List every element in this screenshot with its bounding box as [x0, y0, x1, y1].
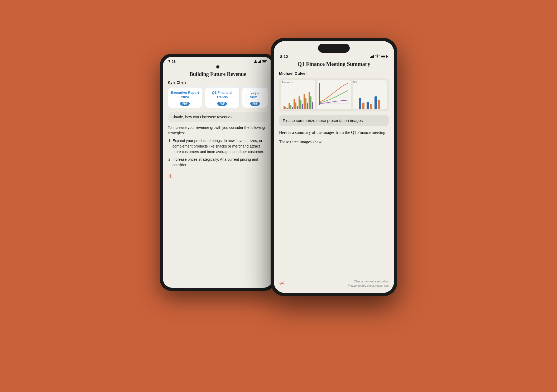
doc-card-3-title: Legal Sum... [245, 91, 265, 100]
wifi-icon [375, 55, 380, 59]
iphone-status-icons [370, 55, 388, 59]
line-chart-box [317, 80, 351, 109]
android-phone: 7:26 [160, 54, 276, 291]
iphone-user-message: Please summarize these presentation imag… [279, 115, 389, 126]
iphone-assistant-response: Here is a summary of the images from the… [279, 129, 389, 145]
iphone-user: Michael Culver [279, 71, 389, 76]
doc-card-3[interactable]: Legal Sum... PDF [242, 87, 268, 108]
iphone-time: 8:12 [280, 54, 288, 59]
response-list: Expand your product offerings: In new fl… [168, 138, 268, 168]
bar-chart-label: $ and source [281, 80, 315, 83]
doc-card-3-badge: PDF [250, 102, 260, 106]
doc-card-2[interactable]: Q1 Financial Trends PDF [205, 87, 239, 108]
doc-card-1-title: Executive Report 2024 [171, 91, 199, 100]
iphone-phone: 8:12 [271, 38, 397, 296]
doc-card-2-title: Q1 Financial Trends [208, 91, 237, 100]
disclaimer-line1: Claude can make mistakes [348, 280, 389, 283]
dynamic-island [318, 44, 350, 53]
response-item-1: Expand your product offerings: In new fl… [172, 138, 268, 155]
camera-dot [216, 65, 219, 68]
android-title: Building Future Revenue [168, 69, 268, 77]
error-group-3 [374, 95, 380, 109]
error-group-1 [359, 96, 364, 109]
android-camera [163, 65, 273, 69]
iphone-response-line2: These three images show ... [279, 139, 389, 145]
bar-chart [281, 83, 315, 109]
doc-cards-row: Executive Report 2024 PDF Q1 Financial T… [168, 87, 268, 108]
signal-icon [258, 60, 261, 63]
error-group-2 [367, 100, 372, 109]
charts-row: $ and source [279, 78, 389, 111]
android-status-icons [254, 60, 267, 63]
iphone-asterisk-icon: ✳ [279, 280, 285, 288]
iphone-footer: ✳ Claude can make mistakes Please double… [279, 277, 389, 288]
iphone-response-line1: Here is a summary of the images from the… [279, 129, 389, 136]
doc-card-1[interactable]: Executive Report 2024 PDF [168, 87, 202, 108]
error-bar-chart [353, 83, 387, 109]
iphone-status-bar: 8:12 [274, 53, 394, 60]
android-time: 7:26 [168, 60, 176, 64]
bar-chart-box: $ and source [281, 80, 315, 109]
android-asterisk-icon: ✳ [168, 170, 268, 180]
iphone-content: Q1 Finance Meeting Summary Michael Culve… [274, 60, 394, 293]
signal-bars-icon [370, 55, 374, 58]
battery-icon [262, 60, 267, 63]
doc-card-2-badge: PDF [217, 102, 227, 106]
line-chart-svg [317, 80, 351, 109]
iphone-title: Q1 Finance Meeting Summary [279, 60, 389, 67]
battery-icon [381, 55, 388, 58]
response-intro: To increase your revenue growth you cons… [168, 125, 268, 136]
error-bar-chart-box: 50% [353, 80, 387, 109]
android-user: Kyle Chen [168, 80, 268, 85]
android-status-bar: 7:26 [163, 57, 273, 65]
android-content: Building Future Revenue Kyle Chen Execut… [163, 69, 273, 288]
wifi-icon [254, 60, 257, 63]
phones-container: 7:26 [160, 38, 397, 354]
doc-card-1-badge: PDF [180, 102, 190, 106]
footer-disclaimer: Claude can make mistakes Please double c… [348, 280, 389, 288]
error-bar-label: 50% [353, 80, 387, 83]
disclaimer-line2: Please double check responses [348, 284, 389, 288]
response-item-2: Increase prices strategically: Ana curre… [172, 157, 268, 168]
android-assistant-response: To increase your revenue growth you cons… [168, 125, 268, 168]
android-user-message: Claude, how can I increase revenue? [168, 112, 268, 122]
